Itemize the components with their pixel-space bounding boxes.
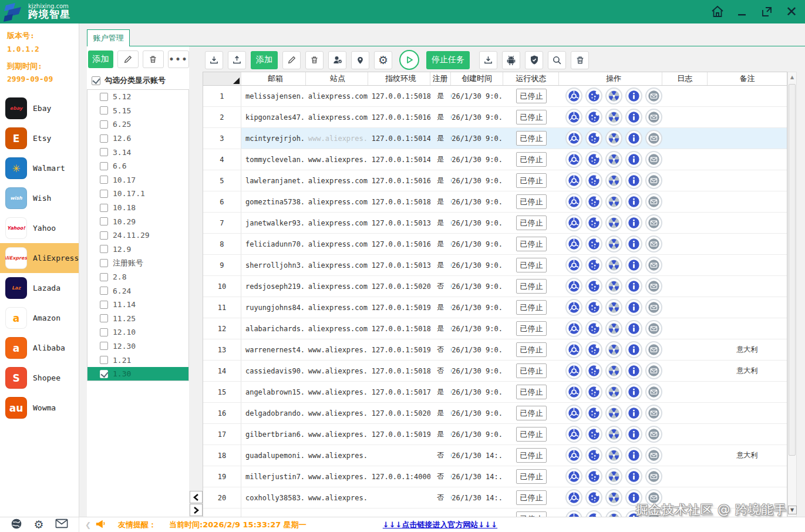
category-item-6.24[interactable]: 6.24 (87, 284, 188, 298)
sidebar-platform-etsy[interactable]: E Etsy (0, 123, 79, 153)
browser-icon[interactable] (565, 214, 582, 231)
category-checkbox[interactable] (100, 148, 108, 156)
proxy-fan-icon[interactable] (605, 468, 622, 485)
category-checkbox[interactable] (100, 245, 108, 253)
table-row[interactable]: 16delgadobrando...www.aliexpres...127.0.… (203, 403, 787, 424)
download-icon[interactable] (479, 51, 497, 69)
category-item-1.30[interactable]: 1.30 (87, 367, 188, 381)
info-icon[interactable] (625, 214, 642, 231)
info-icon[interactable] (625, 468, 642, 485)
browser-icon[interactable] (565, 299, 582, 316)
maximize-button[interactable] (759, 4, 774, 19)
sidebar-platform-wowma[interactable]: au Wowma (0, 393, 79, 423)
proxy-fan-icon[interactable] (605, 405, 622, 422)
status-stopped-button[interactable]: 已停止 (516, 152, 547, 167)
category-item-5.12[interactable]: 5.12 (87, 90, 188, 104)
browser-icon[interactable] (565, 87, 582, 105)
mail-icon[interactable] (645, 214, 662, 231)
category-item-10.29[interactable]: 10.29 (87, 214, 188, 228)
info-icon[interactable] (625, 151, 642, 168)
account-edit-button[interactable] (282, 51, 301, 69)
run-task-button[interactable] (399, 50, 419, 70)
show-by-category-checkbox[interactable] (92, 76, 100, 85)
browser-icon[interactable] (565, 257, 582, 274)
search-icon[interactable] (548, 51, 566, 69)
info-icon[interactable] (625, 130, 642, 147)
collapse-right-button[interactable] (190, 504, 203, 516)
category-item-10.18[interactable]: 10.18 (87, 201, 188, 215)
category-item-注册账号[interactable]: 注册账号 (87, 256, 188, 270)
browser-icon[interactable] (565, 426, 582, 443)
cookie-icon[interactable] (585, 193, 602, 210)
sidebar-platform-alibaba[interactable]: a Alibaba (0, 333, 79, 363)
table-row[interactable]: 2kipgonzales47...aliexpress.com127.0.0.1… (203, 107, 787, 128)
info-icon[interactable] (625, 405, 642, 422)
mail-icon[interactable] (645, 426, 662, 443)
settings-gear-icon[interactable]: ⚙ (374, 51, 392, 69)
category-add-button[interactable]: 添加 (88, 50, 113, 68)
home-icon[interactable] (710, 4, 725, 19)
status-stopped-button[interactable]: 已停止 (516, 363, 547, 378)
status-stopped-button[interactable]: 已停止 (516, 131, 547, 146)
column-header-注册[interactable]: 注册 (430, 72, 451, 85)
status-stopped-button[interactable]: 已停止 (516, 427, 547, 442)
mail-icon[interactable] (645, 341, 662, 358)
proxy-fan-icon[interactable] (605, 447, 622, 464)
info-icon[interactable] (625, 299, 642, 316)
category-checkbox[interactable] (100, 287, 108, 295)
column-header-站点[interactable]: 站点 (306, 72, 368, 85)
info-icon[interactable] (625, 341, 642, 358)
proxy-fan-icon[interactable] (605, 130, 622, 147)
cookie-icon[interactable] (585, 172, 602, 189)
watermark-dropdown-icon[interactable]: ▼ (788, 506, 797, 514)
notice-scroll-left-icon[interactable]: ❮ (85, 521, 91, 529)
sidebar-platform-walmart[interactable]: ✳ Walmart (0, 153, 79, 183)
table-row[interactable]: 6gomeztina5738...aliexpress.com127.0.0.1… (203, 191, 787, 213)
sidebar-platform-amazon[interactable]: a Amazon (0, 303, 79, 333)
browser-icon[interactable] (565, 383, 582, 400)
category-item-12.30[interactable]: 12.30 (87, 339, 188, 353)
location-icon[interactable] (351, 51, 369, 69)
category-checkbox[interactable] (100, 204, 108, 212)
category-checkbox[interactable] (100, 356, 108, 364)
table-row[interactable]: 3mcintyrejrjoh...www.aliexpres...127.0.0… (203, 128, 787, 149)
column-header-创建时间[interactable]: 创建时间 (451, 72, 504, 85)
status-stopped-button[interactable]: 已停止 (516, 279, 547, 294)
category-checkbox[interactable] (100, 314, 108, 322)
category-item-6.25[interactable]: 6.25 (87, 117, 188, 132)
scrollbar-thumb[interactable] (789, 84, 796, 456)
info-icon[interactable] (625, 235, 642, 252)
table-row[interactable]: 14cassiedavis90...www.aliexpres...127.0.… (203, 361, 787, 382)
cookie-icon[interactable] (585, 109, 602, 126)
mail-icon[interactable] (645, 130, 662, 147)
status-stopped-button[interactable]: 已停止 (516, 385, 547, 399)
category-item-12.10[interactable]: 12.10 (87, 325, 188, 339)
sidebar-platform-wish[interactable]: wish Wish (0, 183, 79, 213)
table-row[interactable]: 15angelabrown15...www.aliexpres...127.0.… (203, 382, 787, 403)
category-item-24.11.29[interactable]: 24.11.29 (87, 228, 188, 243)
category-delete-button[interactable] (143, 50, 164, 68)
cookie-icon[interactable] (585, 130, 602, 147)
cookie-icon[interactable] (585, 362, 602, 379)
info-icon[interactable] (625, 362, 642, 379)
sidebar-platform-aliexpress[interactable]: AliExpress AliExpress (0, 243, 79, 273)
proxy-fan-icon[interactable] (605, 383, 622, 400)
status-stopped-button[interactable]: 已停止 (516, 300, 547, 315)
status-stopped-button[interactable]: 已停止 (516, 469, 547, 484)
mail-icon[interactable] (645, 172, 662, 189)
cookie-icon[interactable] (585, 447, 602, 464)
browser-icon[interactable] (565, 362, 582, 379)
category-item-10.17[interactable]: 10.17 (87, 173, 188, 187)
collapse-left-button[interactable] (190, 491, 203, 503)
proxy-fan-icon[interactable] (605, 362, 622, 379)
category-item-11.14[interactable]: 11.14 (87, 298, 188, 312)
proxy-fan-icon[interactable] (605, 172, 622, 189)
cookie-icon[interactable] (585, 426, 602, 443)
browser-icon[interactable] (565, 278, 582, 295)
import-icon[interactable] (205, 51, 223, 69)
info-icon[interactable] (625, 109, 642, 126)
cookie-icon[interactable] (585, 235, 602, 252)
cookie-icon[interactable] (585, 299, 602, 316)
proxy-fan-icon[interactable] (605, 151, 622, 168)
category-checkbox[interactable] (100, 217, 108, 225)
